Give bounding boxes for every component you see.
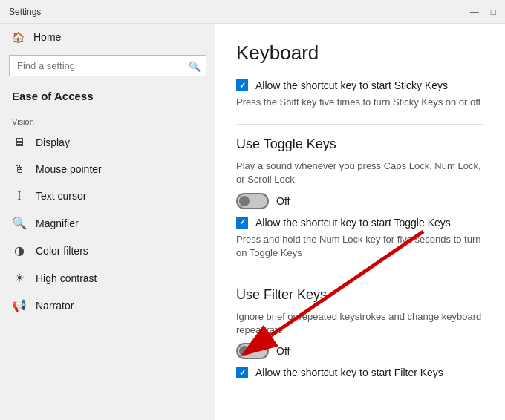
toggle-keys-checkbox-row: Allow the shortcut key to start Toggle K… — [236, 217, 484, 229]
home-icon: 🏠 — [12, 31, 25, 43]
minimize-button[interactable]: — — [470, 7, 479, 17]
sidebar-item-label: Mouse pointer — [36, 163, 102, 175]
sidebar-item-mouse-pointer[interactable]: 🖱 Mouse pointer — [0, 156, 215, 183]
mouse-pointer-icon: 🖱 — [12, 163, 27, 176]
color-filters-icon: ◑ — [12, 243, 27, 257]
filter-keys-checkbox-row: Allow the shortcut key to start Filter K… — [236, 367, 484, 378]
toggle-keys-checkbox[interactable] — [236, 217, 248, 229]
sidebar-item-label: Color filters — [36, 245, 88, 257]
sidebar-item-label: High contrast — [36, 272, 97, 284]
divider-2 — [236, 275, 484, 275]
toggle-keys-title: Use Toggle Keys — [236, 137, 484, 152]
window-title: Settings — [9, 7, 41, 17]
search-icon: 🔍 — [189, 60, 201, 71]
toggle-keys-description2: Press and hold the Num Lock key for five… — [236, 233, 484, 260]
sidebar-item-magnifier[interactable]: 🔍 Magnifier — [0, 209, 215, 237]
titlebar: Settings — □ — [0, 0, 505, 24]
filter-keys-section: Use Filter Keys Ignore brief or repeated… — [236, 287, 484, 378]
sidebar-item-narrator[interactable]: 📢 Narrator — [0, 292, 215, 319]
text-cursor-icon: I — [12, 189, 27, 203]
sidebar-section-header: Ease of Access — [0, 81, 215, 108]
display-icon: 🖥 — [12, 136, 27, 149]
divider-1 — [236, 124, 484, 125]
sticky-keys-checkbox-row: Allow the shortcut key to start Sticky K… — [236, 79, 484, 91]
toggle-keys-toggle-label: Off — [276, 195, 290, 207]
sidebar-item-high-contrast[interactable]: ☀ High contrast — [0, 264, 215, 292]
toggle-keys-toggle[interactable] — [236, 193, 269, 209]
sticky-keys-section: Allow the shortcut key to start Sticky K… — [236, 79, 484, 109]
toggle-keys-knob — [239, 196, 250, 206]
filter-keys-toggle-row: Off — [236, 343, 484, 359]
filter-keys-toggle[interactable] — [236, 343, 269, 359]
sidebar-item-label: Text cursor — [36, 190, 86, 202]
page-title: Keyboard — [236, 42, 484, 65]
window-controls: — □ — [470, 7, 496, 17]
sidebar-item-label: Narrator — [36, 300, 74, 312]
sidebar-item-label: Display — [36, 137, 70, 148]
filter-keys-toggle-label: Off — [276, 345, 290, 357]
sidebar-item-label: Magnifier — [36, 217, 79, 229]
sidebar: 🏠 Home 🔍 Ease of Access Vision 🖥 Display… — [0, 24, 215, 420]
filter-keys-description1: Ignore brief or repeated keystrokes and … — [236, 310, 484, 337]
magnifier-icon: 🔍 — [12, 216, 27, 230]
vision-section-title: Vision — [0, 108, 215, 129]
main-layout: 🏠 Home 🔍 Ease of Access Vision 🖥 Display… — [0, 24, 505, 420]
home-label: Home — [33, 31, 61, 43]
narrator-icon: 📢 — [12, 298, 27, 312]
filter-keys-knob — [239, 346, 250, 356]
sidebar-item-color-filters[interactable]: ◑ Color filters — [0, 237, 215, 264]
sidebar-item-home[interactable]: 🏠 Home — [0, 24, 215, 50]
search-box[interactable]: 🔍 — [9, 55, 206, 76]
filter-keys-title: Use Filter Keys — [236, 287, 484, 303]
filter-keys-checkbox[interactable] — [236, 367, 248, 378]
sticky-keys-checkbox[interactable] — [236, 79, 248, 91]
toggle-keys-toggle-row: Off — [236, 193, 484, 209]
toggle-keys-description1: Play a sound whenever you press Caps Loc… — [236, 160, 484, 186]
toggle-keys-checkbox-label: Allow the shortcut key to start Toggle K… — [255, 217, 451, 229]
filter-keys-checkbox-label: Allow the shortcut key to start Filter K… — [255, 367, 443, 378]
toggle-keys-section: Use Toggle Keys Play a sound whenever yo… — [236, 137, 484, 260]
content-area: Keyboard Allow the shortcut key to start… — [215, 24, 505, 411]
sticky-keys-checkbox-label: Allow the shortcut key to start Sticky K… — [255, 79, 448, 91]
sticky-keys-description: Press the Shift key five times to turn S… — [236, 96, 484, 109]
maximize-button[interactable]: □ — [491, 7, 496, 17]
sidebar-item-text-cursor[interactable]: I Text cursor — [0, 183, 215, 209]
sidebar-item-display[interactable]: 🖥 Display — [0, 129, 215, 156]
content-wrapper: Keyboard Allow the shortcut key to start… — [215, 24, 505, 420]
search-input[interactable] — [9, 55, 206, 76]
high-contrast-icon: ☀ — [12, 271, 27, 285]
